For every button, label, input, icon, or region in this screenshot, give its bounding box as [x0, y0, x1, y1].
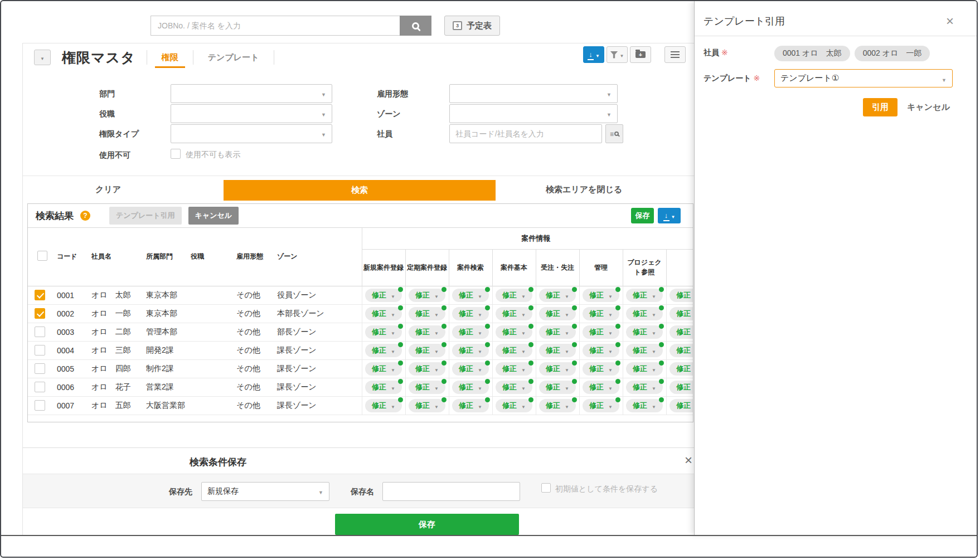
edit-dropdown-button[interactable]: 修正 — [583, 289, 619, 302]
template-quote-button[interactable]: テンプレート引用 — [109, 207, 182, 225]
edit-dropdown-button[interactable]: 修正 — [539, 307, 576, 320]
select-all-checkbox[interactable] — [37, 251, 47, 261]
save-name-input[interactable] — [382, 482, 520, 501]
global-search-button[interactable] — [400, 16, 431, 36]
employee-tag[interactable]: 0002 オロ 一郎 — [855, 46, 930, 61]
save-destination-select[interactable]: 新規保存 — [201, 482, 329, 501]
panel-cancel-button[interactable]: キャンセル — [907, 102, 950, 113]
edit-dropdown-button[interactable]: 修正 — [365, 344, 402, 357]
edit-dropdown-button[interactable]: 修正 — [626, 289, 663, 302]
employee-search-button[interactable] — [605, 124, 623, 143]
edit-dropdown-button[interactable]: 修正 — [496, 289, 532, 302]
clear-button[interactable]: クリア — [95, 184, 121, 195]
row-checkbox[interactable] — [35, 345, 45, 356]
template-select[interactable]: テンプレート① — [774, 69, 953, 87]
edit-dropdown-button[interactable]: 修正 — [583, 307, 619, 320]
filter-button[interactable] — [607, 46, 628, 63]
edit-dropdown-button[interactable]: 修正 — [626, 344, 663, 357]
edit-dropdown-button[interactable]: 修正 — [539, 289, 576, 302]
edit-dropdown-button[interactable]: 修正 — [409, 381, 445, 394]
edit-dropdown-button[interactable]: 修正 — [452, 381, 489, 394]
edit-dropdown-button[interactable]: 修正 — [365, 381, 402, 394]
edit-dropdown-button[interactable]: 修正 — [409, 362, 445, 376]
department-select[interactable] — [171, 84, 332, 103]
edit-dropdown-button[interactable]: 修正 — [626, 325, 663, 339]
edit-dropdown-button[interactable]: 修正 — [583, 362, 619, 376]
add-folder-button[interactable] — [630, 46, 651, 63]
edit-dropdown-button[interactable]: 修正 — [583, 344, 619, 357]
show-disabled-checkbox[interactable] — [171, 149, 181, 159]
edit-dropdown-button[interactable]: 修正 — [539, 362, 576, 376]
close-icon[interactable] — [943, 14, 957, 28]
edit-dropdown-button[interactable]: 修正 — [669, 399, 693, 412]
row-checkbox[interactable] — [35, 290, 45, 300]
edit-dropdown-button[interactable]: 修正 — [539, 344, 576, 357]
help-icon[interactable]: ? — [80, 211, 90, 221]
edit-dropdown-button[interactable]: 修正 — [409, 344, 445, 357]
edit-dropdown-button[interactable]: 修正 — [365, 307, 402, 320]
role-select[interactable] — [171, 104, 332, 123]
edit-dropdown-button[interactable]: 修正 — [626, 307, 663, 320]
edit-dropdown-button[interactable]: 修正 — [409, 289, 445, 302]
employment-select[interactable] — [449, 84, 618, 103]
edit-dropdown-button[interactable]: 修正 — [452, 307, 489, 320]
edit-dropdown-button[interactable]: 修正 — [496, 325, 532, 339]
edit-dropdown-button[interactable]: 修正 — [539, 399, 576, 412]
edit-dropdown-button[interactable]: 修正 — [452, 289, 489, 302]
employee-tag[interactable]: 0001 オロ 太郎 — [774, 46, 850, 61]
row-checkbox[interactable] — [35, 400, 45, 411]
quote-button[interactable]: 引用 — [863, 98, 897, 116]
tab-権限[interactable]: 権限 — [159, 52, 181, 63]
employee-input[interactable] — [449, 124, 602, 143]
edit-dropdown-button[interactable]: 修正 — [409, 399, 445, 412]
download-results-button[interactable] — [658, 208, 681, 223]
download-button[interactable] — [583, 46, 604, 63]
edit-dropdown-button[interactable]: 修正 — [452, 362, 489, 376]
edit-dropdown-button[interactable]: 修正 — [452, 399, 489, 412]
edit-dropdown-button[interactable]: 修正 — [496, 399, 532, 412]
edit-dropdown-button[interactable]: 修正 — [539, 381, 576, 394]
collapse-module-button[interactable] — [34, 50, 51, 65]
permission-type-select[interactable] — [171, 124, 332, 143]
save-condition-button[interactable]: 保存 — [335, 514, 519, 535]
schedule-button[interactable]: 3 予定表 — [444, 16, 500, 36]
row-checkbox[interactable] — [35, 327, 45, 337]
edit-dropdown-button[interactable]: 修正 — [669, 344, 693, 357]
edit-dropdown-button[interactable]: 修正 — [365, 399, 402, 412]
row-checkbox[interactable] — [35, 382, 45, 392]
row-checkbox[interactable] — [35, 308, 45, 319]
tab-テンプレート[interactable]: テンプレート — [206, 52, 261, 63]
edit-dropdown-button[interactable]: 修正 — [583, 399, 619, 412]
edit-dropdown-button[interactable]: 修正 — [496, 362, 532, 376]
edit-dropdown-button[interactable]: 修正 — [626, 381, 663, 394]
save-as-default-checkbox[interactable] — [541, 483, 551, 493]
global-search-input[interactable] — [151, 16, 400, 36]
edit-dropdown-button[interactable]: 修正 — [496, 344, 532, 357]
edit-dropdown-button[interactable]: 修正 — [669, 381, 693, 394]
edit-dropdown-button[interactable]: 修正 — [365, 289, 402, 302]
edit-dropdown-button[interactable]: 修正 — [669, 325, 693, 339]
row-checkbox[interactable] — [35, 363, 45, 374]
zone-select[interactable] — [449, 104, 618, 123]
edit-dropdown-button[interactable]: 修正 — [452, 325, 489, 339]
edit-dropdown-button[interactable]: 修正 — [409, 325, 445, 339]
menu-button[interactable] — [664, 46, 686, 63]
edit-dropdown-button[interactable]: 修正 — [669, 362, 693, 376]
edit-dropdown-button[interactable]: 修正 — [539, 325, 576, 339]
edit-dropdown-button[interactable]: 修正 — [583, 325, 619, 339]
cancel-button[interactable]: キャンセル — [188, 207, 239, 225]
edit-dropdown-button[interactable]: 修正 — [669, 307, 693, 320]
edit-dropdown-button[interactable]: 修正 — [409, 307, 445, 320]
edit-dropdown-button[interactable]: 修正 — [496, 381, 532, 394]
edit-dropdown-button[interactable]: 修正 — [583, 381, 619, 394]
close-search-area-button[interactable]: 検索エリアを閉じる — [546, 184, 622, 195]
save-results-button[interactable]: 保存 — [631, 208, 654, 223]
close-icon[interactable] — [682, 454, 695, 467]
edit-dropdown-button[interactable]: 修正 — [626, 362, 663, 376]
edit-dropdown-button[interactable]: 修正 — [626, 399, 663, 412]
edit-dropdown-button[interactable]: 修正 — [365, 325, 402, 339]
edit-dropdown-button[interactable]: 修正 — [669, 289, 693, 302]
edit-dropdown-button[interactable]: 修正 — [496, 307, 532, 320]
edit-dropdown-button[interactable]: 修正 — [365, 362, 402, 376]
edit-dropdown-button[interactable]: 修正 — [452, 344, 489, 357]
